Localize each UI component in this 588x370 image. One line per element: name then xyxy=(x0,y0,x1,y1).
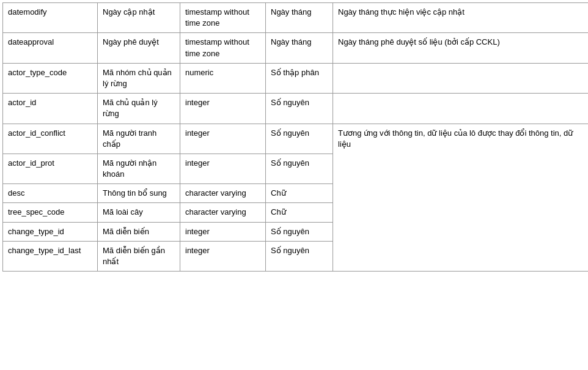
table-cell: integer xyxy=(180,154,266,183)
table-cell: actor_id_prot xyxy=(3,154,98,183)
table-cell: Chữ xyxy=(266,184,333,203)
table-cell: datemodify xyxy=(3,3,98,33)
table-cell: Mã diễn biến gần nhất xyxy=(98,241,180,271)
table-cell: Mã nhóm chủ quản lý rừng xyxy=(98,63,180,93)
table-cell: integer xyxy=(180,124,266,154)
table-cell: Mã chủ quản lý rừng xyxy=(98,94,180,124)
table-cell-empty xyxy=(333,63,589,93)
table-cell: Ngày tháng xyxy=(266,33,333,63)
table-container: datemodifyNgày cập nhậttimestamp without… xyxy=(0,0,588,370)
table-cell: Ngày tháng thực hiện việc cập nhật xyxy=(333,3,589,33)
table-cell: Mã người nhận khoán xyxy=(98,154,180,183)
table-cell: Số nguyên xyxy=(266,241,333,271)
table-cell: timestamp without time zone xyxy=(180,33,266,63)
table-cell: Số nguyên xyxy=(266,94,333,124)
table-cell: Ngày tháng phê duyệt số liệu (bởi cấp CC… xyxy=(333,33,589,63)
table-cell: Số nguyên xyxy=(266,222,333,241)
table-cell-empty xyxy=(333,94,589,124)
table-cell: Ngày cập nhật xyxy=(98,3,180,33)
table-cell: tree_spec_code xyxy=(3,203,98,222)
table-cell: dateapproval xyxy=(3,33,98,63)
table-cell: Mã người tranh chấp xyxy=(98,124,180,154)
table-cell: Ngày phê duyệt xyxy=(98,33,180,63)
table-cell: Số nguyên xyxy=(266,154,333,183)
table-cell: integer xyxy=(180,222,266,241)
table-cell: Số thập phân xyxy=(266,63,333,93)
table-row: actor_idMã chủ quản lý rừngintegerSố ngu… xyxy=(3,94,589,124)
table-row: actor_id_conflictMã người tranh chấpinte… xyxy=(3,124,589,154)
table-cell: numeric xyxy=(180,63,266,93)
table-cell: character varying xyxy=(180,184,266,203)
table-row: datemodifyNgày cập nhậttimestamp without… xyxy=(3,3,589,33)
table-cell: Ngày tháng xyxy=(266,3,333,33)
table-cell: Thông tin bổ sung xyxy=(98,184,180,203)
table-cell: Mã loài cây xyxy=(98,203,180,222)
data-table: datemodifyNgày cập nhậttimestamp without… xyxy=(2,2,588,272)
table-cell: Chữ xyxy=(266,203,333,222)
table-cell: Mã diễn biến xyxy=(98,222,180,241)
table-row: actor_type_codeMã nhóm chủ quản lý rừngn… xyxy=(3,63,589,93)
table-row: dateapprovalNgày phê duyệttimestamp with… xyxy=(3,33,589,63)
table-cell: timestamp without time zone xyxy=(180,3,266,33)
table-cell: desc xyxy=(3,184,98,203)
table-cell: Số nguyên xyxy=(266,124,333,154)
table-cell: actor_type_code xyxy=(3,63,98,93)
table-cell: change_type_id xyxy=(3,222,98,241)
table-cell: actor_id_conflict xyxy=(3,124,98,154)
table-cell: actor_id xyxy=(3,94,98,124)
table-cell: character varying xyxy=(180,203,266,222)
table-cell: change_type_id_last xyxy=(3,241,98,271)
table-cell-merged: Tương ứng với thông tin, dữ liệu của lô … xyxy=(333,124,589,272)
table-cell: integer xyxy=(180,94,266,124)
table-cell: integer xyxy=(180,241,266,271)
